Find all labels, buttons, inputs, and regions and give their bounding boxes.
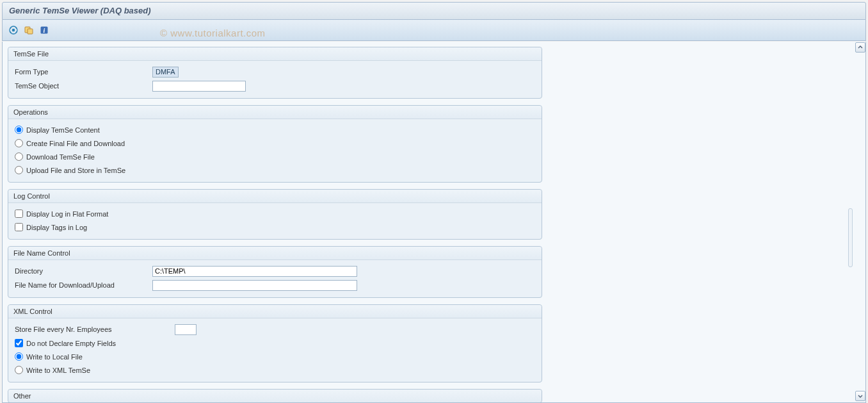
xml-radio-option-0[interactable]: Write to Local File xyxy=(13,350,536,363)
directory-input[interactable] xyxy=(152,266,357,277)
operation-option-2[interactable]: Download TemSe File xyxy=(13,150,536,163)
xml-radio-option-1[interactable]: Write to XML TemSe xyxy=(13,363,536,377)
group-title-temse-file: TemSe File xyxy=(8,47,542,61)
xml-radio-label-1: Write to XML TemSe xyxy=(26,366,90,374)
watermark: © www.tutorialkart.com xyxy=(160,28,266,38)
get-variant-button[interactable] xyxy=(23,24,35,36)
scrollbar[interactable] xyxy=(855,42,865,402)
operation-radio-3[interactable] xyxy=(15,166,23,174)
log-option-0[interactable]: Display Log in Flat Format xyxy=(13,207,536,220)
declare-option[interactable]: Do not Declare Empty Fields xyxy=(13,336,536,350)
log-label-0: Display Log in Flat Format xyxy=(26,210,108,218)
operation-option-0[interactable]: Display TemSe Content xyxy=(13,123,536,136)
xml-radio-label-0: Write to Local File xyxy=(26,353,83,361)
log-option-1[interactable]: Display Tags in Log xyxy=(13,220,536,234)
declare-label: Do not Declare Empty Fields xyxy=(26,340,116,347)
variant-icon xyxy=(24,26,33,35)
operation-radio-1[interactable] xyxy=(15,139,23,147)
directory-label: Directory xyxy=(13,267,152,275)
operation-label-2: Download TemSe File xyxy=(26,153,95,161)
store-file-input[interactable] xyxy=(175,324,197,335)
log-checkbox-1[interactable] xyxy=(15,223,23,231)
group-title-log-control: Log Control xyxy=(8,190,542,203)
operation-radio-2[interactable] xyxy=(15,152,23,161)
execute-icon xyxy=(9,26,18,35)
operation-label-0: Display TemSe Content xyxy=(26,126,100,134)
group-temse-file: TemSe File Form Type DMFA TemSe Object xyxy=(8,47,542,99)
group-title-other: Other xyxy=(8,390,542,402)
right-pane xyxy=(547,42,865,402)
chevron-down-icon xyxy=(858,393,863,399)
group-xml-control: XML Control Store File every Nr. Employe… xyxy=(8,304,542,382)
form-type-label: Form Type xyxy=(13,68,152,76)
declare-checkbox[interactable] xyxy=(15,339,23,347)
info-button[interactable]: i xyxy=(38,24,50,36)
group-file-name-control: File Name Control Directory File Name fo… xyxy=(8,246,542,298)
group-log-control: Log Control Display Log in Flat Format D… xyxy=(8,189,542,240)
log-label-1: Display Tags in Log xyxy=(26,224,87,231)
scroll-track[interactable] xyxy=(848,208,853,267)
group-title-xml-control: XML Control xyxy=(8,305,542,318)
group-operations: Operations Display TemSe Content Create … xyxy=(8,105,542,183)
info-icon: i xyxy=(40,26,49,35)
temse-object-input[interactable] xyxy=(152,81,246,92)
execute-button[interactable] xyxy=(8,24,19,36)
body-area: TemSe File Form Type DMFA TemSe Object O… xyxy=(2,42,866,403)
content-pane: TemSe File Form Type DMFA TemSe Object O… xyxy=(3,42,547,402)
group-title-operations: Operations xyxy=(8,106,542,119)
file-name-input[interactable] xyxy=(152,280,357,291)
operation-label-3: Upload File and Store in TemSe xyxy=(26,167,125,174)
scroll-up-button[interactable] xyxy=(855,42,865,53)
window-title: Generic TemSe Viewer (DAQ based) xyxy=(2,2,866,20)
xml-radio-0[interactable] xyxy=(15,352,23,361)
group-other: Other xyxy=(8,389,542,402)
store-file-label: Store File every Nr. Employees xyxy=(13,325,175,333)
toolbar: i © www.tutorialkart.com xyxy=(2,20,866,41)
chevron-up-icon xyxy=(858,45,863,50)
operation-option-3[interactable]: Upload File and Store in TemSe xyxy=(13,163,536,177)
xml-radio-1[interactable] xyxy=(15,366,23,374)
temse-object-label: TemSe Object xyxy=(13,82,152,90)
svg-text:i: i xyxy=(44,27,45,34)
app-root: { "title":"Generic TemSe Viewer (DAQ bas… xyxy=(0,2,868,403)
operation-label-1: Create Final File and Download xyxy=(26,140,125,147)
log-checkbox-0[interactable] xyxy=(15,210,23,218)
operation-option-1[interactable]: Create Final File and Download xyxy=(13,136,536,150)
file-name-label: File Name for Download/Upload xyxy=(13,281,152,289)
svg-point-1 xyxy=(12,29,15,32)
group-title-file-name-control: File Name Control xyxy=(8,247,542,260)
form-type-value[interactable]: DMFA xyxy=(152,67,179,78)
scroll-down-button[interactable] xyxy=(855,391,865,401)
operation-radio-0[interactable] xyxy=(15,126,23,134)
svg-rect-3 xyxy=(28,29,33,34)
